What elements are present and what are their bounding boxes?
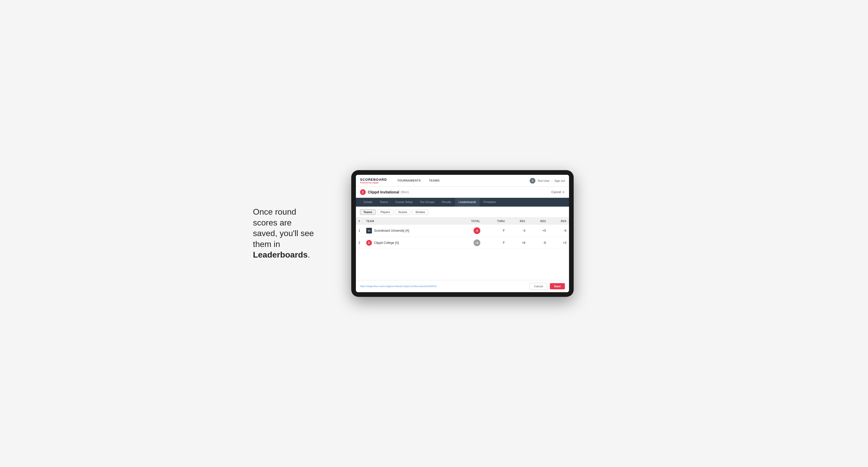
- cell-rd2: -8: [528, 237, 548, 249]
- user-name: Test User: [537, 179, 549, 182]
- logo-powered: Powered by clippd: [360, 182, 387, 184]
- tournament-subtitle: (Men): [401, 190, 409, 194]
- tournament-icon: C: [360, 189, 366, 195]
- col-total: TOTAL: [456, 218, 483, 225]
- cell-total: +3: [456, 237, 483, 249]
- filter-teams[interactable]: Teams: [360, 209, 376, 215]
- cell-rd1: +8: [507, 237, 528, 249]
- col-rd3: RD3: [549, 218, 569, 225]
- tab-teams[interactable]: Teams: [376, 198, 392, 207]
- tournament-title: Clippd Invitational: [368, 190, 399, 194]
- table-row: 1SUScoreboard University [A]-5F-4+5-6: [356, 225, 569, 237]
- cell-thru: F: [483, 225, 507, 237]
- filter-players[interactable]: Players: [377, 209, 393, 215]
- col-team: TEAM: [364, 218, 456, 225]
- sign-out-link[interactable]: Sign out: [555, 179, 565, 182]
- score-badge: -5: [473, 227, 480, 234]
- table-row: 2CClippd College [A]+3F+8-8+3: [356, 237, 569, 249]
- user-avatar: S: [530, 178, 535, 184]
- nav-right: S Test User | Sign out: [530, 178, 565, 184]
- col-thru: THRU: [483, 218, 507, 225]
- team-name: Clippd College [A]: [374, 241, 399, 245]
- col-rd2: RD2: [528, 218, 548, 225]
- cell-rd3: -6: [549, 225, 569, 237]
- intro-text: Once round scores are saved, you'll see …: [253, 207, 336, 260]
- tournament-header: C Clippd Invitational (Men) Cancel ✕: [356, 187, 569, 198]
- tab-results[interactable]: Results: [438, 198, 455, 207]
- score-badge: +3: [473, 240, 480, 246]
- cell-rd1: -4: [507, 225, 528, 237]
- nav-teams[interactable]: TEAMS: [425, 175, 444, 187]
- filter-scores[interactable]: Scores: [395, 209, 410, 215]
- footer-url: https://stage-blue-coach.stagescoreboard…: [360, 285, 437, 287]
- top-nav: SCOREBOARD Powered by clippd TOURNAMENTS…: [356, 175, 569, 187]
- close-icon: ✕: [562, 190, 565, 194]
- cell-team: SUScoreboard University [A]: [364, 225, 456, 237]
- tablet-screen: SCOREBOARD Powered by clippd TOURNAMENTS…: [356, 175, 569, 292]
- tab-printables[interactable]: Printables: [480, 198, 500, 207]
- tab-leaderboards[interactable]: Leaderboards: [455, 198, 480, 207]
- table-header-row: # TEAM TOTAL THRU RD1 RD2 RD3: [356, 218, 569, 225]
- cell-thru: F: [483, 237, 507, 249]
- cancel-button[interactable]: Cancel: [530, 283, 547, 290]
- cell-rank: 1: [356, 225, 364, 237]
- tab-course-setup[interactable]: Course Setup: [392, 198, 416, 207]
- tab-details[interactable]: Details: [360, 198, 376, 207]
- col-rank: #: [356, 218, 364, 225]
- sub-nav: Details Teams Course Setup Tee Groups Re…: [356, 198, 569, 207]
- team-name: Scoreboard University [A]: [374, 229, 409, 232]
- cell-team: CClippd College [A]: [364, 237, 456, 249]
- nav-links: TOURNAMENTS TEAMS: [393, 175, 530, 187]
- filter-bar: Teams Players Scores Strokes: [356, 207, 569, 218]
- logo-scoreboard: SCOREBOARD: [360, 178, 387, 182]
- cell-total: -5: [456, 225, 483, 237]
- cell-rd2: +5: [528, 225, 548, 237]
- separator: |: [552, 179, 553, 182]
- tab-tee-groups[interactable]: Tee Groups: [416, 198, 438, 207]
- nav-tournaments[interactable]: TOURNAMENTS: [393, 175, 425, 187]
- content-spacer: [356, 249, 569, 280]
- logo-area: SCOREBOARD Powered by clippd: [360, 178, 387, 184]
- filter-strokes[interactable]: Strokes: [412, 209, 428, 215]
- leaderboard-table-container: # TEAM TOTAL THRU RD1 RD2 RD3 1SUScorebo…: [356, 218, 569, 249]
- cell-rank: 2: [356, 237, 364, 249]
- col-rd1: RD1: [507, 218, 528, 225]
- cancel-header-button[interactable]: Cancel ✕: [551, 190, 565, 194]
- cell-rd3: +3: [549, 237, 569, 249]
- footer-bar: https://stage-blue-coach.stagescoreboard…: [356, 280, 569, 292]
- save-button[interactable]: Save: [550, 283, 565, 289]
- leaderboard-table: # TEAM TOTAL THRU RD1 RD2 RD3 1SUScorebo…: [356, 218, 569, 249]
- tablet-frame: SCOREBOARD Powered by clippd TOURNAMENTS…: [351, 170, 574, 297]
